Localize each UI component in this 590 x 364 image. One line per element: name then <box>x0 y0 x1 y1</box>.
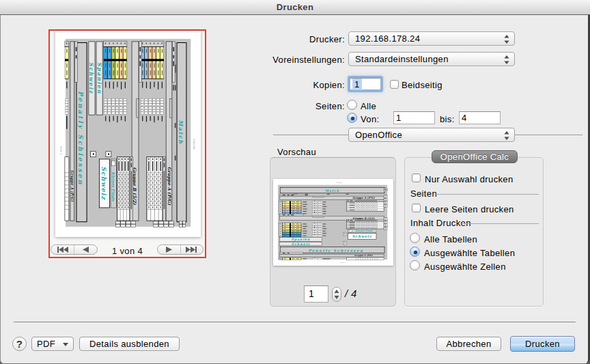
presets-popup-value: Standardeinstellungen <box>355 54 449 64</box>
first-page-button[interactable] <box>51 245 74 254</box>
duplex-label: Beidseitig <box>402 80 470 90</box>
vorschau-total-pages: / 4 <box>345 288 357 299</box>
selection-only-checkbox[interactable] <box>412 173 421 182</box>
pages-all-radio[interactable] <box>347 100 357 110</box>
print-label: Drucken <box>525 339 560 349</box>
page-caption: 1 von 4 <box>98 246 157 256</box>
selected-tables-radio[interactable] <box>410 247 420 257</box>
icon-shape <box>83 247 89 253</box>
selected-cells-radio[interactable] <box>410 260 420 270</box>
vorschau-page-input[interactable]: 1 <box>304 285 328 303</box>
page-from-input[interactable]: 1 <box>393 111 435 124</box>
vorschau-page-stepper[interactable] <box>332 287 341 302</box>
icon-shape <box>504 61 509 64</box>
stepper-arrows-icon <box>333 288 341 301</box>
copies-label: Kopien: <box>225 80 345 90</box>
dialog-title: Drucken <box>0 2 590 12</box>
page-to-value: 4 <box>462 113 467 123</box>
details-label: Details ausblenden <box>89 339 169 349</box>
next-page-icon <box>166 247 172 253</box>
help-label: ? <box>16 338 23 350</box>
app-popup-value: OpenOffice <box>355 130 402 140</box>
pdf-button[interactable]: PDF <box>31 337 74 351</box>
presets-label: Voreinstellungen: <box>225 55 345 65</box>
empty-pages-label: Leere Seiten drucken <box>425 204 514 214</box>
pages-section-label: Seiten <box>410 188 437 199</box>
vorschau-page: VorrundeSeite 1MatchGruppe A (P/G)Gruppe… <box>273 179 393 266</box>
sheet-use-rotated <box>55 31 201 237</box>
all-tables-label: Alle Tabellen <box>424 234 477 244</box>
icon-shape <box>504 35 509 38</box>
previous-page-icon <box>83 247 89 253</box>
calc-options-title: OpenOffice Calc <box>432 150 518 163</box>
sheet-use-mini <box>273 179 393 266</box>
footer-separator <box>14 322 576 322</box>
vorschau-page-image: VorrundeSeite 1MatchGruppe A (P/G)Gruppe… <box>273 179 393 266</box>
page-from-value: 1 <box>396 113 402 123</box>
empty-pages-checkbox[interactable] <box>412 204 421 212</box>
first-page-icon <box>57 247 68 253</box>
icon-shape <box>59 247 68 253</box>
selection-only-label: Nur Auswahl drucken <box>425 174 514 184</box>
icon-shape <box>335 290 339 293</box>
preview-pagination: 1 von 4 <box>50 244 205 255</box>
details-button[interactable]: Details ausblenden <box>79 337 180 351</box>
print-button[interactable]: Drucken <box>510 336 575 352</box>
pages-all-label: Alle <box>361 101 402 111</box>
selected-cells-label: Ausgewählte Zellen <box>424 262 506 272</box>
copies-value: 1 <box>352 79 362 90</box>
pdf-menu-arrow-icon <box>63 343 68 346</box>
titlebar: Drucken <box>0 0 590 15</box>
page-to-input[interactable]: 4 <box>459 111 501 124</box>
popup-arrows-icon <box>504 131 509 140</box>
cancel-label: Abbrechen <box>446 339 491 349</box>
icon-shape <box>504 131 509 134</box>
presets-popup[interactable]: Standardeinstellungen <box>348 52 515 66</box>
icon-shape <box>186 247 195 253</box>
vorschau-page-value: 1 <box>309 288 314 299</box>
last-page-button[interactable] <box>180 245 203 254</box>
all-tables-radio[interactable] <box>410 233 420 243</box>
popup-arrows-icon <box>504 35 509 44</box>
vorschau-panel: VorrundeSeite 1MatchGruppe A (P/G)Gruppe… <box>270 157 396 307</box>
print-preview-area: 1 von 4 <box>48 29 206 258</box>
app-options-popup[interactable]: OpenOffice <box>348 128 515 142</box>
duplex-checkbox[interactable] <box>390 80 399 89</box>
popup-arrows-icon <box>504 55 509 64</box>
printer-popup-value: 192.168.178.24 <box>355 33 420 44</box>
previous-page-button[interactable] <box>74 245 97 254</box>
icon-shape <box>504 41 509 44</box>
icon-shape <box>166 247 172 253</box>
icon-shape <box>504 137 509 140</box>
pages-range-radio[interactable] <box>347 113 357 123</box>
selected-tables-label: Ausgewählte Tabellen <box>424 248 515 258</box>
preview-page <box>55 31 201 237</box>
icon-shape <box>57 247 59 253</box>
print-dialog: Drucken 1 von 4 <box>0 0 590 364</box>
printer-popup[interactable]: 192.168.178.24 <box>348 31 515 46</box>
printer-label: Drucker: <box>225 34 345 44</box>
next-page-button[interactable] <box>158 245 180 254</box>
pages-label: Seiten: <box>225 101 345 111</box>
nav-forward-group <box>157 244 203 255</box>
last-page-icon <box>186 247 197 253</box>
nav-back-group <box>51 244 98 255</box>
vorschau-label: Vorschau <box>277 147 316 157</box>
icon-shape <box>195 247 197 253</box>
cancel-button[interactable]: Abbrechen <box>436 337 501 351</box>
preview-page-image <box>55 31 201 237</box>
copies-input[interactable]: 1 <box>350 78 381 90</box>
help-button[interactable]: ? <box>12 337 27 351</box>
pages-section-rule <box>435 194 539 195</box>
pdf-label: PDF <box>37 339 55 349</box>
icon-shape <box>504 55 509 58</box>
content-section-rule <box>462 223 539 224</box>
icon-shape <box>335 296 339 299</box>
